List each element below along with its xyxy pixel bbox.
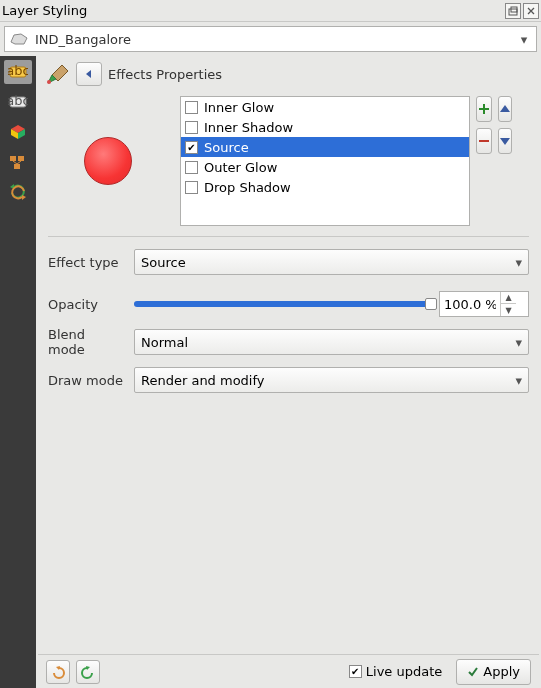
svg-rect-6	[10, 156, 16, 161]
svg-rect-7	[18, 156, 24, 161]
remove-effect-button[interactable]	[476, 128, 492, 154]
effects-header-label: Effects Properties	[108, 67, 222, 82]
layer-styling-panel: Layer Styling IND_Bangalore ▾ abc abc	[0, 0, 541, 688]
blend-mode-combo[interactable]: Normal ▾	[134, 329, 529, 355]
back-button[interactable]	[76, 62, 102, 86]
checkbox-icon: ✔	[349, 665, 362, 678]
chevron-down-icon: ▾	[515, 335, 522, 350]
polygon-layer-icon	[9, 32, 29, 46]
effect-row[interactable]: Outer Glow	[181, 157, 469, 177]
preview-symbol	[84, 137, 132, 185]
paintbrush-icon	[44, 63, 70, 85]
effect-label: Inner Glow	[204, 100, 274, 115]
tab-diagrams[interactable]	[4, 150, 32, 174]
effect-label: Source	[204, 140, 249, 155]
blend-mode-value: Normal	[141, 335, 515, 350]
effect-row[interactable]: Drop Shadow	[181, 177, 469, 197]
opacity-slider[interactable]	[134, 294, 431, 314]
draw-mode-value: Render and modify	[141, 373, 515, 388]
separator	[48, 236, 529, 237]
opacity-spinbox[interactable]: ▲ ▼	[439, 291, 529, 317]
redo-button[interactable]	[76, 660, 100, 684]
chevron-down-icon: ▾	[515, 255, 522, 270]
svg-rect-8	[14, 164, 20, 169]
tab-labels[interactable]: abc	[4, 90, 32, 114]
svg-text:abc: abc	[8, 93, 28, 108]
chevron-down-icon: ▾	[516, 32, 532, 47]
effect-checkbox[interactable]	[185, 161, 198, 174]
undo-button[interactable]	[46, 660, 70, 684]
opacity-row: Opacity ▲ ▼	[48, 291, 529, 317]
effect-checkbox[interactable]	[185, 101, 198, 114]
style-tabs: abc abc	[0, 56, 36, 688]
move-down-button[interactable]	[498, 128, 512, 154]
live-update-label: Live update	[366, 664, 442, 679]
effect-type-combo[interactable]: Source ▾	[134, 249, 529, 275]
move-up-button[interactable]	[498, 96, 512, 122]
content-column: Effects Properties Inner GlowInner Shado…	[36, 56, 541, 688]
preview-row: Inner GlowInner Shadow✔SourceOuter GlowD…	[48, 96, 529, 226]
check-icon	[467, 666, 479, 678]
panel-title: Layer Styling	[2, 3, 503, 18]
effect-row[interactable]: ✔Source	[181, 137, 469, 157]
spin-up-button[interactable]: ▲	[501, 292, 516, 304]
tab-history[interactable]	[4, 180, 32, 204]
effect-row[interactable]: Inner Glow	[181, 97, 469, 117]
tab-3d-view[interactable]	[4, 120, 32, 144]
effects-header: Effects Properties	[38, 58, 539, 96]
draw-mode-combo[interactable]: Render and modify ▾	[134, 367, 529, 393]
effect-preview	[48, 96, 168, 226]
effect-label: Inner Shadow	[204, 120, 293, 135]
apply-label: Apply	[483, 664, 520, 679]
opacity-label: Opacity	[48, 297, 126, 312]
chevron-down-icon: ▾	[515, 373, 522, 388]
blend-mode-row: Blend mode Normal ▾	[48, 327, 529, 357]
add-effect-button[interactable]	[476, 96, 492, 122]
live-update-checkbox[interactable]: ✔ Live update	[349, 664, 442, 679]
effect-row[interactable]: Inner Shadow	[181, 117, 469, 137]
apply-button[interactable]: Apply	[456, 659, 531, 685]
effect-type-row: Effect type Source ▾	[48, 249, 529, 275]
panel-titlebar: Layer Styling	[0, 0, 541, 22]
effect-label: Outer Glow	[204, 160, 277, 175]
effects-body: Inner GlowInner Shadow✔SourceOuter GlowD…	[38, 96, 539, 654]
opacity-value-input[interactable]	[440, 297, 500, 312]
panel-footer: ✔ Live update Apply	[38, 654, 539, 688]
svg-point-9	[47, 80, 51, 84]
svg-text:abc: abc	[8, 63, 28, 78]
effects-side-buttons	[476, 96, 506, 226]
svg-rect-11	[479, 108, 489, 110]
layer-name: IND_Bangalore	[35, 32, 516, 47]
close-button[interactable]	[523, 3, 539, 19]
layer-selector[interactable]: IND_Bangalore ▾	[4, 26, 537, 52]
tab-symbology[interactable]: abc	[4, 60, 32, 84]
effect-checkbox[interactable]	[185, 121, 198, 134]
effect-label: Drop Shadow	[204, 180, 291, 195]
draw-mode-label: Draw mode	[48, 373, 126, 388]
blend-mode-label: Blend mode	[48, 327, 126, 357]
effect-checkbox[interactable]	[185, 181, 198, 194]
effect-checkbox[interactable]: ✔	[185, 141, 198, 154]
effect-type-value: Source	[141, 255, 515, 270]
spin-down-button[interactable]: ▼	[501, 304, 516, 316]
effects-list[interactable]: Inner GlowInner Shadow✔SourceOuter GlowD…	[180, 96, 470, 226]
svg-rect-12	[479, 140, 489, 142]
main-area: abc abc Effe	[0, 56, 541, 688]
draw-mode-row: Draw mode Render and modify ▾	[48, 367, 529, 393]
undock-button[interactable]	[505, 3, 521, 19]
effect-type-label: Effect type	[48, 255, 126, 270]
